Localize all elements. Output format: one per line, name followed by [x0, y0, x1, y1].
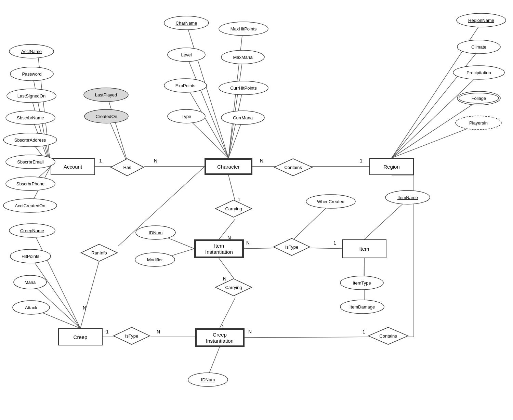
svg-text:CreepName: CreepName: [20, 228, 44, 233]
modifier-attribute: Modifier: [134, 252, 175, 267]
svg-line-15: [228, 58, 243, 158]
raninfo-label: RanInfo: [91, 250, 107, 255]
svg-line-47: [245, 337, 372, 338]
has-label: Has: [123, 165, 131, 170]
svg-line-30: [311, 248, 342, 249]
password-attribute: Password: [10, 66, 54, 82]
maxhitpoints-attribute: MaxHitPoints: [218, 21, 269, 37]
carrying-creep-label: Carrying: [225, 285, 242, 290]
svg-text:1: 1: [99, 158, 102, 163]
creep-entity: Creep: [58, 328, 103, 345]
character-label: Character: [217, 164, 240, 170]
svg-text:CurrMana: CurrMana: [233, 115, 253, 120]
sbscrbrname-attribute: SbscrbrName: [5, 110, 56, 126]
idnum-item-attribute: IDNum: [135, 225, 176, 240]
svg-line-18: [107, 96, 129, 167]
er-diagram: 1 N N 1 1 N N 1 N 1 1 N N 1 M N Account …: [0, 0, 513, 420]
carrying-char-relationship: Carrying: [215, 199, 252, 218]
svg-text:N: N: [260, 158, 263, 163]
itemdamage-attribute: ItemDamage: [340, 299, 385, 315]
creep-instantiation-entity: CreepInstantiation: [195, 328, 245, 347]
creepname-attribute: CreepName: [9, 223, 56, 238]
svg-text:Modifier: Modifier: [147, 257, 163, 262]
svg-text:Climate: Climate: [471, 44, 486, 50]
foliage-attribute: Foliage: [457, 91, 501, 106]
svg-text:N: N: [154, 158, 157, 163]
type-attribute: Type: [167, 109, 206, 124]
has-relationship: Has: [110, 158, 144, 177]
level-attribute: Level: [167, 47, 206, 63]
svg-line-39: [80, 255, 101, 328]
hitpoints-attribute: HitPoints: [10, 249, 52, 264]
istype-creep-label: IsType: [125, 333, 138, 339]
svg-text:Password: Password: [22, 71, 41, 77]
svg-text:1: 1: [363, 329, 365, 334]
svg-text:IDNum: IDNum: [201, 377, 215, 382]
svg-text:RegionName: RegionName: [468, 18, 494, 23]
svg-text:WhenCreated: WhenCreated: [317, 199, 344, 204]
raninfo-relationship: RanInfo: [80, 244, 118, 262]
svg-text:ExpPoints: ExpPoints: [175, 83, 196, 88]
svg-text:1: 1: [333, 240, 336, 246]
creep-instantiation-label: CreepInstantiation: [206, 332, 234, 344]
contains-creep-label: Contains: [379, 333, 397, 339]
sbscrbraddress-attribute: SbscrbrAddress: [3, 132, 57, 148]
istype-creep-relationship: IsType: [113, 327, 150, 345]
contains-region-label: Contains: [284, 165, 302, 170]
svg-text:AcctCreatedOn: AcctCreatedOn: [15, 203, 45, 208]
attack-attribute: Attack: [12, 300, 50, 315]
playersin-attribute: PlayersIn: [455, 115, 502, 131]
svg-text:SbscrbrPhone: SbscrbrPhone: [16, 181, 44, 186]
region-entity: Region: [369, 158, 414, 175]
svg-text:IDNum: IDNum: [149, 230, 162, 235]
svg-text:1: 1: [360, 158, 363, 163]
svg-line-44: [31, 257, 80, 328]
svg-text:HitPoints: HitPoints: [22, 254, 40, 259]
whencreated-attribute: WhenCreated: [305, 194, 356, 209]
sbscrberemail-attribute: SbscrbrEmail: [5, 154, 56, 170]
lastsignedon-attribute: LastSignedOn: [6, 88, 57, 104]
account-label: Account: [64, 164, 82, 170]
climate-attribute: Climate: [457, 39, 501, 55]
carrying-creep-relationship: Carrying: [215, 278, 252, 297]
currmana-attribute: CurrMana: [221, 110, 265, 126]
svg-text:SbscrbrName: SbscrbrName: [17, 115, 44, 120]
svg-text:Precipitation: Precipitation: [466, 70, 491, 75]
item-instantiation-entity: ItemInstantiation: [194, 239, 244, 258]
svg-text:1: 1: [106, 329, 109, 334]
svg-text:CharName: CharName: [176, 21, 197, 26]
regionname-attribute: RegionName: [456, 13, 507, 28]
acctname-attribute: AcctName: [9, 44, 55, 59]
svg-text:CurrHitPoints: CurrHitPoints: [230, 86, 257, 91]
precipitation-attribute: Precipitation: [452, 65, 505, 80]
svg-text:CreatedOn: CreatedOn: [95, 114, 117, 119]
exppoints-attribute: ExpPoints: [163, 78, 207, 93]
svg-text:SbscrbrEmail: SbscrbrEmail: [17, 159, 43, 165]
acctcreatedon-attribute: AcctCreatedOn: [3, 198, 57, 213]
itemtype-attribute: ItemType: [340, 275, 384, 291]
carrying-char-label: Carrying: [225, 206, 242, 211]
idnum-creep-attribute: IDNum: [187, 372, 228, 388]
svg-text:Mana: Mana: [25, 280, 36, 285]
istype-item-label: IsType: [285, 245, 298, 250]
item-instantiation-label: ItemInstantiation: [205, 243, 233, 255]
svg-text:Foliage: Foliage: [472, 96, 486, 101]
svg-line-11: [186, 55, 228, 158]
svg-text:N: N: [248, 329, 252, 334]
istype-item-relationship: IsType: [273, 238, 311, 257]
creep-label: Creep: [74, 334, 88, 340]
svg-line-27: [228, 175, 235, 202]
lastplayed-attribute: LastPlayed: [83, 87, 129, 103]
itemname-attribute: ItemName: [385, 190, 431, 205]
svg-text:ItemName: ItemName: [397, 195, 418, 200]
svg-text:AcctName: AcctName: [21, 49, 42, 54]
mana-creep-attribute: Mana: [13, 275, 47, 290]
charname-attribute: CharName: [163, 15, 210, 31]
contains-creep-relationship: Contains: [368, 327, 409, 345]
item-label: Item: [359, 246, 369, 252]
createdon-attribute: CreatedOn: [84, 109, 129, 124]
account-entity: Account: [51, 158, 95, 175]
svg-line-29: [244, 248, 276, 249]
maxmana-attribute: MaxMana: [221, 50, 265, 65]
svg-text:Attack: Attack: [25, 305, 38, 310]
